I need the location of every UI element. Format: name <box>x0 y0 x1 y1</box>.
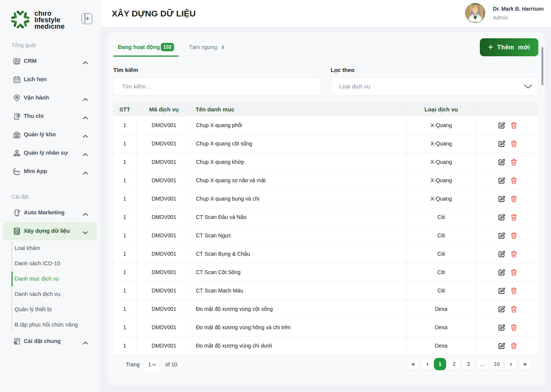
svg-text:Zalo: Zalo <box>15 170 20 173</box>
